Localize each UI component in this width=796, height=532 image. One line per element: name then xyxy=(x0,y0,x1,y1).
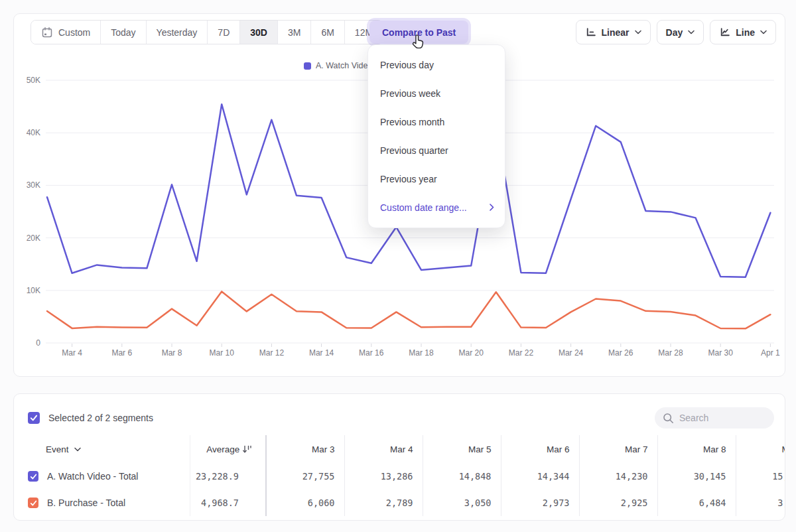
date-value: 2,973 xyxy=(501,490,579,516)
segment-label: B. Purchase - Total xyxy=(47,498,125,508)
chart-type-label: Line xyxy=(736,27,755,38)
x-axis-tick-label: Mar 12 xyxy=(259,348,285,358)
legend-label: A. Watch Video xyxy=(316,61,372,70)
average-value: 4,968.7 xyxy=(190,490,266,516)
custom-date-range-label: Custom date range... xyxy=(380,202,467,213)
range-button-6m[interactable]: 6M xyxy=(310,21,344,44)
x-axis-tick-label: Mar 22 xyxy=(509,348,534,358)
segments-search xyxy=(655,407,774,429)
x-axis-tick-label: Mar 14 xyxy=(309,348,334,358)
date-column-header[interactable]: Mar 7 xyxy=(579,435,657,463)
legend-swatch-watch-video xyxy=(304,62,311,70)
range-button-custom[interactable]: Custom xyxy=(31,21,100,44)
range-button-today[interactable]: Today xyxy=(100,21,145,44)
segments-table-header-row: EventAverage Mar 3Mar 4Mar 5Mar 6Mar 7Ma… xyxy=(14,435,785,463)
segment-row-1[interactable]: A. Watch Video - Total23,228.927,75513,2… xyxy=(14,463,785,490)
chevron-down-icon xyxy=(760,30,767,34)
date-column-header[interactable]: Mar 5 xyxy=(423,435,501,463)
search-icon xyxy=(663,413,674,424)
x-axis-tick-label: Mar 16 xyxy=(359,348,384,358)
date-column-header[interactable]: Mar 8 xyxy=(657,435,736,463)
x-axis-tick-label: Mar 8 xyxy=(162,348,182,358)
x-axis-tick-label: Mar 18 xyxy=(409,348,434,358)
menu-item-previous-day[interactable]: Previous day xyxy=(368,50,505,79)
segment-label: A. Watch Video - Total xyxy=(47,471,138,482)
date-column-header[interactable]: Mar 6 xyxy=(501,435,579,463)
scale-dropdown-button[interactable]: Linear xyxy=(576,20,651,44)
date-value: 30,145 xyxy=(657,463,736,490)
date-value: 2,925 xyxy=(579,490,657,516)
segments-table-body: A. Watch Video - Total23,228.927,75513,2… xyxy=(14,463,785,516)
x-axis-tick-label: Mar 24 xyxy=(559,348,584,358)
interval-dropdown-button[interactable]: Day xyxy=(657,20,704,44)
x-axis-tick-label: Mar 28 xyxy=(658,348,683,358)
y-axis-tick-label: 10K xyxy=(27,286,40,295)
line-chart-icon xyxy=(719,27,730,38)
segment-checkbox[interactable] xyxy=(28,471,38,482)
segments-summary-row: Selected 2 of 2 segments xyxy=(28,412,153,424)
select-all-checkbox[interactable] xyxy=(28,412,40,424)
menu-item-custom-date-range[interactable]: Custom date range... xyxy=(368,193,505,222)
segments-table: EventAverage Mar 3Mar 4Mar 5Mar 6Mar 7Ma… xyxy=(14,435,785,516)
series-line-b-purchase xyxy=(47,291,770,328)
x-axis-tick-label: Mar 20 xyxy=(459,348,484,358)
segments-panel: Selected 2 of 2 segments EventAverage Ma… xyxy=(13,393,785,521)
range-label: 6M xyxy=(321,27,334,38)
date-value: 14,344 xyxy=(501,463,579,490)
menu-item-previous-week[interactable]: Previous week xyxy=(368,79,505,107)
chevron-down-icon xyxy=(635,30,641,34)
range-label: 3M xyxy=(288,27,300,38)
segment-row-2[interactable]: B. Purchase - Total4,968.76,0602,7893,05… xyxy=(14,490,785,516)
y-axis-tick-label: 20K xyxy=(27,233,40,243)
date-value: 15,560 xyxy=(736,463,785,490)
range-label: 7D xyxy=(218,27,230,38)
date-value: 27,755 xyxy=(266,463,344,490)
date-value: 6,484 xyxy=(657,490,736,516)
chart-display-controls: Linear Day Line xyxy=(576,20,776,44)
x-axis-tick-label: Mar 6 xyxy=(111,348,132,358)
date-value: 14,848 xyxy=(423,463,501,490)
date-value: 6,060 xyxy=(266,490,344,516)
y-axis-tick-label: 50K xyxy=(27,76,40,85)
y-axis-tick-label: 30K xyxy=(27,180,40,190)
scale-label: Linear xyxy=(602,27,630,38)
sort-descending-icon xyxy=(242,444,252,454)
range-label: Yesterday xyxy=(157,27,198,38)
x-axis-tick-label: Mar 4 xyxy=(62,348,82,358)
x-axis-tick-label: Mar 10 xyxy=(210,348,235,358)
chart-card: 010K20K30K40K50KMar 4Mar 6Mar 8Mar 10Mar… xyxy=(13,13,785,377)
interval-label: Day xyxy=(666,27,683,38)
average-value: 23,228.9 xyxy=(190,463,266,490)
range-button-7d[interactable]: 7D xyxy=(207,21,239,44)
chart-legend: A. Watch Video xyxy=(304,61,372,70)
date-column-header[interactable]: Mar 4 xyxy=(344,435,423,463)
date-value: 3,050 xyxy=(423,490,501,516)
menu-item-previous-quarter[interactable]: Previous quarter xyxy=(368,136,505,165)
chart-toolbar: CustomTodayYesterday7D30D3M6M12M Compare… xyxy=(14,20,785,45)
compare-to-past-button[interactable]: Compare to Past xyxy=(369,21,468,44)
range-button-3m[interactable]: 3M xyxy=(277,21,310,44)
x-axis-tick-label: Mar 26 xyxy=(608,348,633,358)
menu-item-previous-month[interactable]: Previous month xyxy=(368,107,505,136)
chart-type-dropdown-button[interactable]: Line xyxy=(710,20,776,44)
search-input[interactable] xyxy=(679,413,766,423)
range-button-yesterday[interactable]: Yesterday xyxy=(146,21,208,44)
segment-checkbox[interactable] xyxy=(28,498,38,508)
event-column-header[interactable]: Event xyxy=(14,435,190,463)
date-column-header[interactable]: Mar 9 xyxy=(736,435,785,463)
range-button-30d[interactable]: 30D xyxy=(239,21,277,44)
date-value: 13,286 xyxy=(344,463,423,490)
compare-to-past-menu: Previous dayPrevious weekPrevious monthP… xyxy=(367,44,505,228)
calendar-icon xyxy=(41,27,53,38)
y-axis-tick-label: 0 xyxy=(36,338,40,348)
date-value: 3,310 xyxy=(736,490,785,516)
x-axis-tick-label: Apr 1 xyxy=(761,348,780,358)
event-header-label: Event xyxy=(46,444,69,454)
y-axis-tick-label: 40K xyxy=(27,128,40,137)
date-value: 14,230 xyxy=(579,463,657,490)
menu-item-previous-year[interactable]: Previous year xyxy=(368,165,505,193)
date-column-header[interactable]: Mar 3 xyxy=(266,435,344,463)
chevron-down-icon xyxy=(74,447,81,452)
range-label: Today xyxy=(111,27,135,38)
average-column-header[interactable]: Average xyxy=(190,435,266,463)
